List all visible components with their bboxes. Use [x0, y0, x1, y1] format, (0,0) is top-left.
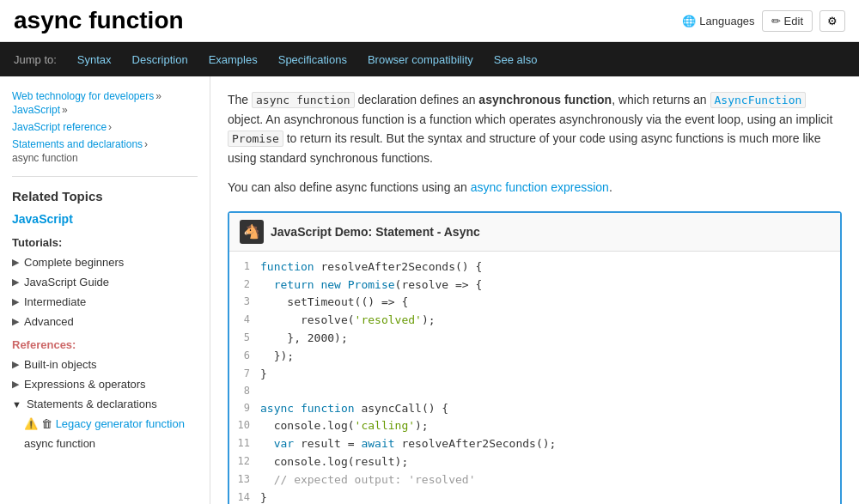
- sidebar-item-js-guide[interactable]: ▶ JavaScript Guide: [0, 272, 210, 292]
- sidebar-item-statements[interactable]: ▼ Statements & declarations: [0, 394, 210, 414]
- main-content: The async function declaration defines a…: [210, 76, 859, 504]
- code-line-10: 10 console.log('calling');: [229, 417, 840, 435]
- code-line-1: 1 function resolveAfter2Seconds() {: [229, 258, 840, 276]
- sidebar-item-label: Intermediate: [24, 295, 86, 308]
- breadcrumb-js-ref[interactable]: JavaScript reference: [12, 121, 107, 133]
- code-line-7: 7 }: [229, 366, 840, 384]
- breadcrumb-sub: JavaScript reference ›: [0, 121, 210, 138]
- breadcrumb-statements-link[interactable]: Statements and declarations: [12, 138, 143, 150]
- sidebar-item-builtin[interactable]: ▶ Built-in objects: [0, 355, 210, 374]
- demo-box: 🐴 JavaScript Demo: Statement - Async 1 f…: [228, 211, 842, 504]
- jump-syntax[interactable]: Syntax: [67, 42, 122, 76]
- jump-browser-compat[interactable]: Browser compatibility: [357, 42, 484, 76]
- sidebar-references-heading: References:: [0, 331, 210, 355]
- code-line-11: 11 var result = await resolveAfter2Secon…: [229, 435, 840, 453]
- arrow-icon-js-guide: ▶: [12, 276, 19, 288]
- breadcrumb-sep1: »: [155, 90, 161, 102]
- breadcrumb: Web technology for developers » JavaScri…: [0, 85, 210, 121]
- asyncfunction-code: AsyncFunction: [710, 92, 807, 108]
- breadcrumb-arrow: ›: [108, 121, 112, 133]
- code-line-8: 8: [229, 383, 840, 399]
- sidebar-item-label: Expressions & operators: [24, 378, 146, 391]
- promise-code: Promise: [228, 131, 283, 147]
- arrow-icon-advanced: ▶: [12, 316, 19, 327]
- code-line-3: 3 setTimeout(() => {: [229, 294, 840, 312]
- warning-icon: ⚠️ 🗑: [24, 417, 52, 430]
- sidebar-item-beginners[interactable]: ▶ Complete beginners: [0, 252, 210, 272]
- breadcrumb-web-tech[interactable]: Web technology for developers: [12, 90, 154, 102]
- sidebar-item-label: Advanced: [24, 315, 74, 328]
- sidebar-tutorials-heading: Tutorials:: [0, 229, 210, 252]
- code-line-13: 13 // expected output: 'resolved': [229, 471, 840, 489]
- sidebar-legacy-item: ⚠️ 🗑 Legacy generator function: [0, 414, 210, 434]
- code-block: 1 function resolveAfter2Seconds() { 2 re…: [229, 252, 840, 504]
- intro-paragraph-2: You can also define async functions usin…: [228, 178, 842, 197]
- sidebar-js-link[interactable]: JavaScript: [0, 209, 210, 229]
- sidebar-item-advanced[interactable]: ▶ Advanced: [0, 312, 210, 331]
- code-line-2: 2 return new Promise(resolve => {: [229, 276, 840, 295]
- demo-header: 🐴 JavaScript Demo: Statement - Async: [229, 213, 840, 252]
- intro-paragraph-1: The async function declaration defines a…: [228, 90, 842, 167]
- gear-icon: ⚙: [827, 15, 838, 27]
- sidebar-item-label: Complete beginners: [24, 256, 124, 269]
- code-line-6: 6 });: [229, 348, 840, 366]
- sidebar-legacy-link[interactable]: Legacy generator function: [56, 417, 185, 430]
- code-line-4: 4 resolve('resolved');: [229, 312, 840, 330]
- sidebar-current-item: async function: [0, 434, 210, 453]
- sidebar-item-intermediate[interactable]: ▶ Intermediate: [0, 292, 210, 312]
- page-title: async function: [14, 7, 184, 34]
- arrow-icon-expressions: ▶: [12, 379, 19, 390]
- arrow-icon-builtin: ▶: [12, 359, 19, 370]
- demo-title: JavaScript Demo: Statement - Async: [271, 225, 480, 239]
- code-line-14: 14 }: [229, 489, 840, 504]
- jump-specifications[interactable]: Specifications: [268, 42, 357, 76]
- page-header: async function 🌐 Languages ✏ Edit ⚙: [0, 0, 859, 42]
- pony-icon: 🐴: [240, 220, 264, 244]
- jump-see-also[interactable]: See also: [484, 42, 548, 76]
- main-layout: Web technology for developers » JavaScri…: [0, 76, 859, 504]
- settings-button[interactable]: ⚙: [819, 10, 845, 32]
- breadcrumb-sep2: »: [62, 104, 68, 116]
- code-line-5: 5 }, 2000);: [229, 330, 840, 348]
- languages-icon: 🌐: [682, 15, 696, 27]
- breadcrumb-js[interactable]: JavaScript: [12, 104, 60, 116]
- arrow-icon-beginners: ▶: [12, 257, 19, 268]
- breadcrumb-statements: Statements and declarations › async func…: [0, 138, 210, 169]
- jump-label: Jump to:: [14, 53, 57, 66]
- breadcrumb-current: async function: [12, 152, 78, 164]
- jump-description[interactable]: Description: [122, 42, 198, 76]
- sidebar-divider1: [12, 176, 198, 177]
- sidebar-item-expressions[interactable]: ▶ Expressions & operators: [0, 374, 210, 394]
- jump-examples[interactable]: Examples: [198, 42, 268, 76]
- breadcrumb-arrow2: ›: [144, 138, 148, 150]
- sidebar-item-label: Statements & declarations: [27, 398, 157, 410]
- async-function-link[interactable]: AsyncFunction: [710, 93, 807, 106]
- current-item-label: async function: [24, 437, 95, 450]
- related-topics-heading: Related Topics: [0, 184, 210, 209]
- jump-bar: Jump to: Syntax Description Examples Spe…: [0, 42, 859, 76]
- code-line-12: 12 console.log(result);: [229, 453, 840, 471]
- sidebar-item-label: Built-in objects: [24, 358, 97, 371]
- edit-button[interactable]: ✏ Edit: [762, 10, 813, 32]
- sidebar: Web technology for developers » JavaScri…: [0, 76, 210, 504]
- code-line-9: 9 async function asyncCall() {: [229, 400, 840, 418]
- languages-button[interactable]: 🌐 Languages: [682, 15, 754, 27]
- arrow-icon-intermediate: ▶: [12, 296, 19, 307]
- sidebar-item-label: JavaScript Guide: [24, 276, 109, 288]
- async-expression-link[interactable]: async function expression: [471, 180, 609, 194]
- async-function-bold: asynchronous function: [478, 93, 612, 106]
- async-function-code: async function: [252, 92, 355, 108]
- header-actions: 🌐 Languages ✏ Edit ⚙: [682, 10, 845, 32]
- pencil-icon: ✏: [771, 15, 781, 27]
- arrow-icon-statements: ▼: [12, 399, 21, 410]
